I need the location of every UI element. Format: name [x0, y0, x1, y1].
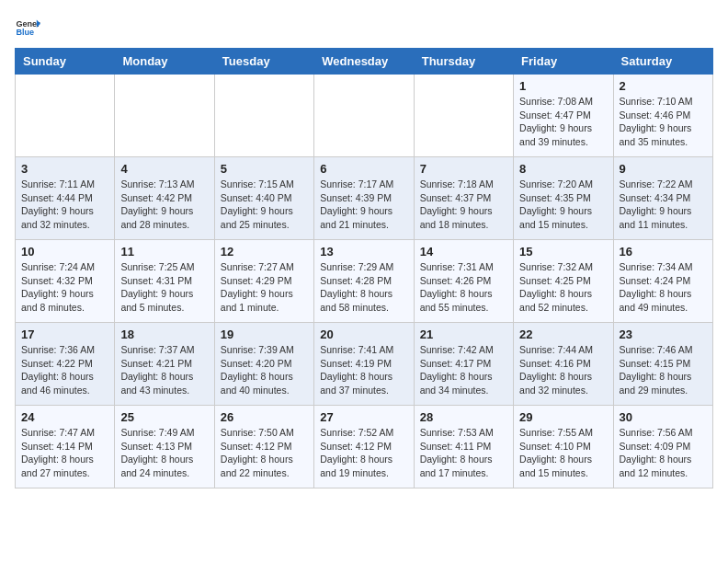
calendar-cell: 14Sunrise: 7:31 AM Sunset: 4:26 PM Dayli… — [414, 240, 513, 323]
calendar-cell: 7Sunrise: 7:18 AM Sunset: 4:37 PM Daylig… — [414, 157, 513, 240]
calendar-cell: 29Sunrise: 7:55 AM Sunset: 4:10 PM Dayli… — [514, 406, 613, 488]
calendar-cell: 22Sunrise: 7:44 AM Sunset: 4:16 PM Dayli… — [514, 323, 613, 406]
header: General Blue — [15, 15, 713, 40]
day-detail: Sunrise: 7:41 AM Sunset: 4:19 PM Dayligh… — [320, 343, 407, 397]
day-number: 12 — [221, 245, 308, 259]
day-detail: Sunrise: 7:36 AM Sunset: 4:22 PM Dayligh… — [21, 343, 108, 397]
calendar-cell: 3Sunrise: 7:11 AM Sunset: 4:44 PM Daylig… — [16, 157, 115, 240]
calendar-cell: 17Sunrise: 7:36 AM Sunset: 4:22 PM Dayli… — [16, 323, 115, 406]
day-number: 23 — [620, 327, 707, 341]
day-number: 8 — [519, 162, 607, 176]
day-detail: Sunrise: 7:44 AM Sunset: 4:16 PM Dayligh… — [519, 343, 607, 397]
day-number: 10 — [21, 245, 108, 259]
svg-text:Blue: Blue — [16, 28, 34, 37]
day-number: 22 — [519, 327, 607, 341]
day-detail: Sunrise: 7:32 AM Sunset: 4:25 PM Dayligh… — [519, 260, 607, 315]
day-detail: Sunrise: 7:37 AM Sunset: 4:21 PM Dayligh… — [120, 343, 208, 397]
day-detail: Sunrise: 7:24 AM Sunset: 4:32 PM Dayligh… — [21, 260, 108, 315]
week-row-4: 17Sunrise: 7:36 AM Sunset: 4:22 PM Dayli… — [16, 323, 713, 406]
day-number: 30 — [620, 410, 707, 424]
weekday-header-sunday: Sunday — [16, 49, 115, 75]
calendar-cell: 10Sunrise: 7:24 AM Sunset: 4:32 PM Dayli… — [16, 240, 115, 323]
calendar-cell: 18Sunrise: 7:37 AM Sunset: 4:21 PM Dayli… — [115, 323, 214, 406]
logo-icon: General Blue — [15, 15, 40, 40]
calendar-cell: 30Sunrise: 7:56 AM Sunset: 4:09 PM Dayli… — [613, 406, 712, 488]
week-row-2: 3Sunrise: 7:11 AM Sunset: 4:44 PM Daylig… — [16, 157, 713, 240]
day-number: 17 — [21, 327, 108, 341]
day-number: 6 — [320, 162, 407, 176]
day-number: 24 — [21, 410, 108, 424]
day-detail: Sunrise: 7:18 AM Sunset: 4:37 PM Dayligh… — [420, 178, 507, 232]
calendar-cell — [115, 75, 214, 157]
calendar-cell: 27Sunrise: 7:52 AM Sunset: 4:12 PM Dayli… — [314, 406, 414, 488]
calendar-cell: 19Sunrise: 7:39 AM Sunset: 4:20 PM Dayli… — [214, 323, 313, 406]
day-number: 1 — [519, 79, 607, 93]
calendar-cell: 28Sunrise: 7:53 AM Sunset: 4:11 PM Dayli… — [414, 406, 513, 488]
calendar-cell — [314, 75, 414, 157]
day-detail: Sunrise: 7:49 AM Sunset: 4:13 PM Dayligh… — [120, 426, 208, 480]
day-detail: Sunrise: 7:42 AM Sunset: 4:17 PM Dayligh… — [420, 343, 507, 397]
day-number: 3 — [21, 162, 108, 176]
day-number: 28 — [420, 410, 507, 424]
day-number: 29 — [519, 410, 607, 424]
day-detail: Sunrise: 7:17 AM Sunset: 4:39 PM Dayligh… — [320, 178, 407, 232]
day-detail: Sunrise: 7:53 AM Sunset: 4:11 PM Dayligh… — [420, 426, 507, 480]
day-detail: Sunrise: 7:13 AM Sunset: 4:42 PM Dayligh… — [120, 178, 208, 232]
day-number: 21 — [420, 327, 507, 341]
day-number: 25 — [120, 410, 208, 424]
calendar-cell: 25Sunrise: 7:49 AM Sunset: 4:13 PM Dayli… — [115, 406, 214, 488]
calendar-cell: 15Sunrise: 7:32 AM Sunset: 4:25 PM Dayli… — [514, 240, 613, 323]
day-detail: Sunrise: 7:47 AM Sunset: 4:14 PM Dayligh… — [21, 426, 108, 480]
calendar-cell: 23Sunrise: 7:46 AM Sunset: 4:15 PM Dayli… — [613, 323, 712, 406]
day-detail: Sunrise: 7:29 AM Sunset: 4:28 PM Dayligh… — [320, 260, 407, 315]
day-number: 14 — [420, 245, 507, 259]
day-detail: Sunrise: 7:27 AM Sunset: 4:29 PM Dayligh… — [221, 260, 308, 315]
day-number: 5 — [221, 162, 308, 176]
calendar-cell: 2Sunrise: 7:10 AM Sunset: 4:46 PM Daylig… — [613, 75, 712, 157]
calendar-cell — [414, 75, 513, 157]
day-number: 11 — [120, 245, 208, 259]
week-row-3: 10Sunrise: 7:24 AM Sunset: 4:32 PM Dayli… — [16, 240, 713, 323]
day-detail: Sunrise: 7:46 AM Sunset: 4:15 PM Dayligh… — [620, 343, 707, 397]
day-number: 20 — [320, 327, 407, 341]
page-wrapper: General Blue SundayMondayTuesdayWednesda… — [15, 15, 713, 488]
calendar-cell: 13Sunrise: 7:29 AM Sunset: 4:28 PM Dayli… — [314, 240, 414, 323]
day-number: 2 — [620, 79, 707, 93]
calendar-cell — [16, 75, 115, 157]
calendar-cell: 26Sunrise: 7:50 AM Sunset: 4:12 PM Dayli… — [214, 406, 313, 488]
calendar-cell: 9Sunrise: 7:22 AM Sunset: 4:34 PM Daylig… — [613, 157, 712, 240]
day-detail: Sunrise: 7:52 AM Sunset: 4:12 PM Dayligh… — [320, 426, 407, 480]
day-detail: Sunrise: 7:10 AM Sunset: 4:46 PM Dayligh… — [620, 95, 707, 149]
day-number: 18 — [120, 327, 208, 341]
calendar-cell: 11Sunrise: 7:25 AM Sunset: 4:31 PM Dayli… — [115, 240, 214, 323]
week-row-1: 1Sunrise: 7:08 AM Sunset: 4:47 PM Daylig… — [16, 75, 713, 157]
day-detail: Sunrise: 7:08 AM Sunset: 4:47 PM Dayligh… — [519, 95, 607, 149]
day-detail: Sunrise: 7:22 AM Sunset: 4:34 PM Dayligh… — [620, 178, 707, 232]
day-number: 19 — [221, 327, 308, 341]
calendar-cell: 4Sunrise: 7:13 AM Sunset: 4:42 PM Daylig… — [115, 157, 214, 240]
day-number: 7 — [420, 162, 507, 176]
day-number: 27 — [320, 410, 407, 424]
calendar-cell: 5Sunrise: 7:15 AM Sunset: 4:40 PM Daylig… — [214, 157, 313, 240]
calendar-cell: 24Sunrise: 7:47 AM Sunset: 4:14 PM Dayli… — [16, 406, 115, 488]
weekday-header-monday: Monday — [115, 49, 214, 75]
day-number: 4 — [120, 162, 208, 176]
day-detail: Sunrise: 7:56 AM Sunset: 4:09 PM Dayligh… — [620, 426, 707, 480]
day-number: 15 — [519, 245, 607, 259]
day-detail: Sunrise: 7:31 AM Sunset: 4:26 PM Dayligh… — [420, 260, 507, 315]
calendar-cell — [214, 75, 313, 157]
day-detail: Sunrise: 7:34 AM Sunset: 4:24 PM Dayligh… — [620, 260, 707, 315]
weekday-header-wednesday: Wednesday — [314, 49, 414, 75]
calendar-cell: 1Sunrise: 7:08 AM Sunset: 4:47 PM Daylig… — [514, 75, 613, 157]
day-detail: Sunrise: 7:55 AM Sunset: 4:10 PM Dayligh… — [519, 426, 607, 480]
week-row-5: 24Sunrise: 7:47 AM Sunset: 4:14 PM Dayli… — [16, 406, 713, 488]
weekday-header-friday: Friday — [514, 49, 613, 75]
calendar-cell: 6Sunrise: 7:17 AM Sunset: 4:39 PM Daylig… — [314, 157, 414, 240]
day-number: 9 — [620, 162, 707, 176]
day-detail: Sunrise: 7:15 AM Sunset: 4:40 PM Dayligh… — [221, 178, 308, 232]
calendar-table: SundayMondayTuesdayWednesdayThursdayFrid… — [15, 48, 713, 488]
day-detail: Sunrise: 7:20 AM Sunset: 4:35 PM Dayligh… — [519, 178, 607, 232]
calendar-cell: 20Sunrise: 7:41 AM Sunset: 4:19 PM Dayli… — [314, 323, 414, 406]
weekday-header-thursday: Thursday — [414, 49, 513, 75]
calendar-cell: 21Sunrise: 7:42 AM Sunset: 4:17 PM Dayli… — [414, 323, 513, 406]
